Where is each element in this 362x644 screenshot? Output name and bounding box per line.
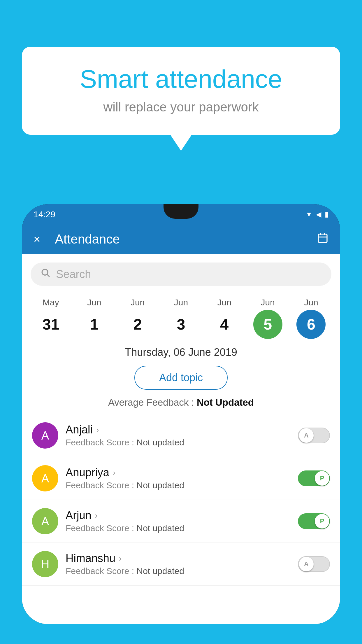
student-name: Arjun › bbox=[66, 509, 298, 522]
svg-point-4 bbox=[42, 269, 48, 275]
calendar-day[interactable]: Jun6 bbox=[292, 298, 330, 339]
close-button[interactable]: × bbox=[34, 233, 40, 246]
feedback-score: Feedback Score : Not updated bbox=[66, 480, 298, 490]
student-row[interactable]: AAnupriya ›Feedback Score : Not updatedP bbox=[22, 457, 340, 500]
student-name: Anjali › bbox=[66, 424, 298, 436]
add-topic-button[interactable]: Add topic bbox=[134, 366, 228, 390]
app-toolbar: × Attendance bbox=[22, 225, 340, 254]
calendar-row: May31Jun1Jun2Jun3Jun4Jun5Jun6 bbox=[22, 292, 340, 339]
chevron-icon: › bbox=[96, 425, 99, 435]
speech-bubble: Smart attendance will replace your paper… bbox=[22, 47, 340, 135]
calendar-day[interactable]: Jun1 bbox=[75, 298, 113, 339]
toggle-wrap[interactable]: A bbox=[298, 556, 330, 572]
status-time: 14:29 bbox=[34, 209, 55, 219]
student-row[interactable]: AAnjali ›Feedback Score : Not updatedA bbox=[22, 414, 340, 457]
app-content: Search May31Jun1Jun2Jun3Jun4Jun5Jun6 Thu… bbox=[22, 254, 340, 624]
toggle-thumb: P bbox=[315, 471, 329, 486]
search-input[interactable]: Search bbox=[56, 268, 91, 281]
signal-icon: ◀ bbox=[316, 210, 321, 218]
student-name: Himanshu › bbox=[66, 552, 298, 565]
toggle-thumb: P bbox=[315, 514, 329, 528]
attendance-toggle[interactable]: P bbox=[298, 513, 330, 529]
phone-frame: 14:29 ▼ ◀ ▮ × Attendance bbox=[22, 204, 340, 624]
student-list: AAnjali ›Feedback Score : Not updatedAAA… bbox=[22, 414, 340, 586]
toggle-thumb: A bbox=[299, 428, 314, 443]
attendance-toggle[interactable]: A bbox=[298, 556, 330, 572]
avatar: H bbox=[32, 551, 58, 577]
feedback-score: Feedback Score : Not updated bbox=[66, 566, 298, 576]
speech-bubble-subtitle: will replace your paperwork bbox=[42, 100, 320, 114]
wifi-icon: ▼ bbox=[305, 210, 312, 218]
battery-icon: ▮ bbox=[325, 210, 328, 218]
selected-date-label: Thursday, 06 June 2019 bbox=[22, 346, 340, 358]
feedback-score: Feedback Score : Not updated bbox=[66, 523, 298, 533]
student-row[interactable]: AArjun ›Feedback Score : Not updatedP bbox=[22, 500, 340, 543]
svg-rect-0 bbox=[318, 234, 327, 242]
avatar: A bbox=[32, 465, 58, 491]
toggle-wrap[interactable]: P bbox=[298, 470, 330, 486]
calendar-day[interactable]: Jun4 bbox=[205, 298, 243, 339]
toggle-wrap[interactable]: A bbox=[298, 428, 330, 443]
svg-line-5 bbox=[47, 274, 50, 277]
avg-feedback-value: Not Updated bbox=[197, 397, 254, 408]
search-icon bbox=[41, 268, 51, 281]
avg-feedback: Average Feedback : Not Updated bbox=[22, 397, 340, 408]
speech-bubble-title: Smart attendance bbox=[42, 64, 320, 94]
chevron-icon: › bbox=[113, 468, 115, 477]
calendar-day[interactable]: May31 bbox=[32, 298, 70, 339]
avg-feedback-label: Average Feedback : bbox=[108, 397, 197, 408]
student-name: Anupriya › bbox=[66, 466, 298, 479]
avatar: A bbox=[32, 508, 58, 534]
attendance-toggle[interactable]: P bbox=[298, 470, 330, 486]
attendance-toggle[interactable]: A bbox=[298, 428, 330, 443]
toggle-thumb: A bbox=[299, 557, 314, 571]
status-icons: ▼ ◀ ▮ bbox=[305, 210, 328, 218]
calendar-day[interactable]: Jun5 bbox=[249, 298, 287, 339]
toolbar-title: Attendance bbox=[55, 232, 317, 246]
calendar-day[interactable]: Jun3 bbox=[162, 298, 200, 339]
chevron-icon: › bbox=[119, 554, 122, 563]
calendar-day[interactable]: Jun2 bbox=[119, 298, 157, 339]
feedback-score: Feedback Score : Not updated bbox=[66, 438, 298, 447]
phone-notch bbox=[164, 204, 198, 219]
chevron-icon: › bbox=[95, 511, 98, 520]
student-row[interactable]: HHimanshu ›Feedback Score : Not updatedA bbox=[22, 543, 340, 586]
calendar-icon[interactable] bbox=[317, 232, 328, 246]
avatar: A bbox=[32, 422, 58, 449]
search-bar[interactable]: Search bbox=[31, 262, 331, 286]
toggle-wrap[interactable]: P bbox=[298, 513, 330, 529]
